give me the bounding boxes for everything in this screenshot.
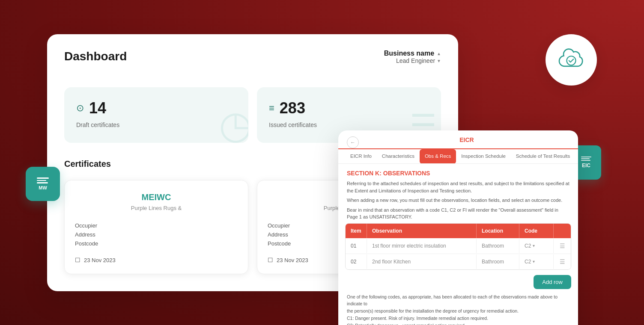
cloud-check-icon — [556, 45, 586, 75]
eic-lines-decoration — [581, 157, 591, 161]
meiwc-lines-decoration — [37, 177, 49, 183]
stat-issued-icon-row: ≡ 283 — [269, 99, 429, 117]
clock-icon: ⊙ — [76, 103, 84, 114]
meiwc-line-2 — [37, 180, 46, 181]
row1-code: C2 ▾ — [519, 239, 554, 253]
tab-inspection-schedule[interactable]: Inspection Schedule — [456, 149, 511, 164]
meiwc-icon-label: MW — [39, 185, 47, 190]
cloud-icon-wrapper — [546, 34, 597, 86]
eicr-back-button[interactable]: ← — [347, 136, 359, 148]
cert-date-meiwc: ☐ 23 Nov 2023 — [75, 257, 238, 263]
row1-item: 01 — [346, 239, 367, 253]
svg-point-0 — [567, 56, 576, 65]
meiwc-line-3 — [37, 182, 48, 183]
business-name[interactable]: Business name ▲ — [384, 50, 441, 57]
business-chevron-icon: ▲ — [437, 51, 441, 56]
document-icon: ≡ — [269, 103, 274, 114]
cert-card-meiwc[interactable]: MEIWC Purple Lines Rugs & OccupierAddres… — [64, 180, 248, 274]
row2-action: ☰ — [554, 254, 571, 269]
stat-card-draft: ⊙ 14 Draft certificates ◷ — [64, 87, 248, 143]
row1-observation: 1st floor mirror electric insulation — [367, 239, 477, 253]
observations-table: Item Observation Location Code 01 1st fl… — [345, 223, 571, 270]
eicr-modal-header: ← EICR — [338, 130, 578, 149]
eicr-tabs: EICR Info Characteristics Obs & Recs Ins… — [338, 149, 578, 164]
section-k-desc2: When adding a new row, you must fill out… — [338, 197, 578, 204]
row2-observation: 2nd floor Kitchen — [367, 254, 477, 269]
col-header-item: Item — [346, 224, 367, 238]
col-header-code: Code — [519, 224, 554, 238]
certs-title: Certificates — [64, 159, 111, 169]
col-header-action — [554, 224, 571, 238]
row1-edit-icon[interactable]: ☰ — [560, 242, 565, 249]
footer-notes: One of the following codes, as appropria… — [338, 289, 578, 325]
row2-location: Bathroom — [477, 254, 519, 269]
stat-draft-icon-row: ⊙ 14 — [76, 99, 236, 117]
row2-dropdown-icon[interactable]: ▾ — [533, 259, 535, 264]
tab-obs-recs[interactable]: Obs & Recs — [420, 149, 456, 164]
table-row: 01 1st floor mirror electric insulation … — [346, 238, 571, 254]
row2-edit-icon[interactable]: ☰ — [560, 258, 565, 265]
issued-label: Issued certificates — [269, 121, 429, 128]
meiwc-line-1 — [37, 177, 49, 179]
back-arrow-icon: ← — [350, 139, 355, 145]
tab-preview-certificate[interactable]: Preview certific... — [575, 149, 578, 164]
tab-eicr-info[interactable]: EICR Info — [345, 149, 377, 164]
tab-schedule-test-results[interactable]: Schedule of Test Results — [511, 149, 575, 164]
eicr-modal-title: EICR — [364, 136, 569, 148]
page-title: Dashboard — [64, 50, 127, 63]
section-k-desc3: Bear in mind that an observation with a … — [338, 207, 578, 221]
col-header-location: Location — [477, 224, 519, 238]
cert-type-meiwc: MEIWC — [75, 192, 238, 202]
row1-dropdown-icon[interactable]: ▾ — [533, 243, 535, 248]
role-label: Lead Engineer ▼ — [384, 57, 441, 64]
cert-address-meiwc: OccupierAddressPostcode — [75, 222, 238, 248]
draft-count: 14 — [89, 99, 106, 117]
calendar-icon-eicr: ☐ — [268, 257, 273, 263]
user-info: Business name ▲ Lead Engineer ▼ — [384, 50, 441, 64]
eic-line-1 — [581, 157, 591, 157]
draft-label: Draft certificates — [76, 121, 236, 128]
section-k-title: SECTION K: OBSERVATIONS — [338, 170, 578, 177]
calendar-icon-meiwc: ☐ — [75, 257, 80, 263]
cert-company-meiwc: Purple Lines Rugs & — [75, 205, 238, 211]
eic-line-2 — [581, 158, 590, 159]
add-row-button[interactable]: Add row — [534, 275, 571, 289]
eic-label: EIC — [582, 162, 590, 168]
row1-action: ☰ — [554, 238, 571, 254]
section-k-desc1: Referring to the attached schedules of i… — [338, 180, 578, 194]
obs-table-header: Item Observation Location Code — [346, 224, 571, 238]
clock-bg-icon: ◷ — [219, 102, 248, 143]
tab-characteristics[interactable]: Characteristics — [377, 149, 420, 164]
col-header-observation: Observation — [367, 224, 477, 238]
meiwc-floating-icon: MW — [26, 167, 60, 201]
row2-code: C2 ▾ — [519, 254, 554, 269]
eic-line-3 — [581, 160, 590, 161]
role-chevron-icon: ▼ — [437, 59, 441, 63]
row2-item: 02 — [346, 254, 367, 269]
issued-count: 283 — [280, 99, 305, 117]
row1-location: Bathroom — [477, 239, 519, 253]
table-row: 02 2nd floor Kitchen Bathroom C2 ▾ ☰ — [346, 254, 571, 269]
eicr-modal: ← EICR EICR Info Characteristics Obs & R… — [338, 130, 578, 325]
